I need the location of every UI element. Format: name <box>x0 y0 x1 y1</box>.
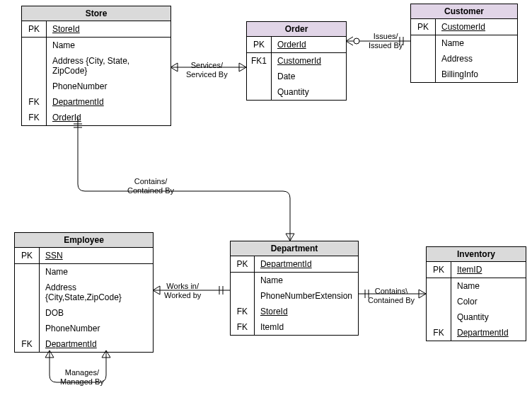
attr-cell: OrderId <box>272 37 347 53</box>
attr-cell: DepartmentId <box>254 256 358 273</box>
entity-employee-header: Employee <box>15 233 153 248</box>
svg-line-6 <box>239 67 246 72</box>
svg-line-28 <box>419 290 426 294</box>
svg-line-20 <box>153 286 160 290</box>
entity-employee: Employee PKSSN Name Address {City,State,… <box>14 232 154 353</box>
entity-order: Order PKOrderId FK1CustomerId Date Quant… <box>246 21 347 101</box>
entity-inventory-header: Inventory <box>427 247 526 262</box>
key-cell <box>231 273 254 289</box>
key-cell <box>22 79 47 94</box>
attr-cell: Name <box>40 264 154 280</box>
svg-line-3 <box>170 67 178 72</box>
key-cell <box>411 67 436 82</box>
svg-line-2 <box>170 63 178 67</box>
key-cell: FK1 <box>247 53 272 69</box>
entity-employee-body: PKSSN Name Address {City,State,ZipCode} … <box>15 248 153 352</box>
key-cell: FK <box>231 319 254 335</box>
rel-store-order: Services/Serviced By <box>186 61 228 79</box>
key-cell <box>247 84 272 100</box>
entity-store-header: Store <box>22 6 170 21</box>
key-cell <box>427 294 451 309</box>
entity-inventory: Inventory PKItemID Name Color Quantity F… <box>426 246 526 341</box>
attr-cell: DepartmentId <box>451 325 526 341</box>
attr-cell: CustomerId <box>272 53 347 69</box>
entity-store-body: PKStoreId Name Address {City, State, Zip… <box>22 21 170 125</box>
key-cell: FK <box>15 336 40 352</box>
rel-store-department: Contains/Contained By <box>127 177 174 195</box>
attr-cell: DepartmentId <box>40 336 154 352</box>
rel-order-customer: Issues/Issued By <box>369 32 403 50</box>
key-cell: PK <box>427 262 451 278</box>
entity-department: Department PKDepartmentId Name PhoneNumb… <box>230 241 359 336</box>
attr-cell: Address {City, State, ZipCode} <box>47 53 171 79</box>
attr-cell: Name <box>451 278 526 295</box>
key-cell <box>247 69 272 84</box>
attr-cell: Name <box>436 35 518 52</box>
attr-cell: DepartmentId <box>47 94 171 110</box>
key-cell <box>411 51 436 67</box>
attr-cell: Name <box>254 273 358 289</box>
key-cell: FK <box>22 94 47 110</box>
svg-line-17 <box>290 234 294 241</box>
svg-line-8 <box>346 37 353 41</box>
key-cell: PK <box>15 248 40 264</box>
attr-cell: Address <box>436 51 518 67</box>
key-cell: PK <box>231 256 254 273</box>
entity-customer-header: Customer <box>411 4 517 19</box>
entity-customer-body: PKCustomerId Name Address BillingInfo <box>411 19 517 82</box>
attr-cell: Name <box>47 38 171 54</box>
attr-cell: Date <box>272 69 347 84</box>
attr-cell: BillingInfo <box>436 67 518 82</box>
attr-cell: PhoneNumberExtension <box>254 288 358 304</box>
key-cell <box>231 288 254 304</box>
key-cell <box>411 35 436 52</box>
attr-cell: Quantity <box>451 309 526 325</box>
key-cell <box>22 38 47 54</box>
attr-cell: Color <box>451 294 526 309</box>
attr-cell: Address {City,State,ZipCode} <box>40 280 154 305</box>
key-cell <box>15 305 40 321</box>
entity-store: Store PKStoreId Name Address {City, Stat… <box>21 6 171 126</box>
attr-cell: StoreId <box>254 304 358 319</box>
attr-cell: OrderId <box>47 110 171 125</box>
svg-line-16 <box>286 234 290 241</box>
attr-cell: SSN <box>40 248 154 264</box>
key-cell: PK <box>247 37 272 53</box>
key-cell <box>427 309 451 325</box>
entity-order-header: Order <box>247 22 346 37</box>
key-cell: PK <box>411 19 436 35</box>
key-cell <box>427 278 451 295</box>
key-cell: PK <box>22 21 47 38</box>
key-cell <box>15 321 40 336</box>
attr-cell: DOB <box>40 305 154 321</box>
entity-department-body: PKDepartmentId Name PhoneNumberExtension… <box>231 256 358 335</box>
attr-cell: ItemId <box>254 319 358 335</box>
key-cell: FK <box>427 325 451 341</box>
attr-cell: Quantity <box>272 84 347 100</box>
svg-point-10 <box>354 38 359 44</box>
key-cell: FK <box>231 304 254 319</box>
svg-line-21 <box>153 290 160 295</box>
rel-employee-self: Manages/Managed By <box>60 368 104 387</box>
entity-inventory-body: PKItemID Name Color Quantity FKDepartmen… <box>427 262 526 341</box>
key-cell <box>15 280 40 305</box>
rel-employee-department: Works in/Worked by <box>164 282 201 300</box>
svg-line-29 <box>419 294 426 298</box>
key-cell <box>22 53 47 79</box>
entity-order-body: PKOrderId FK1CustomerId Date Quantity <box>247 37 346 100</box>
attr-cell: PhoneNumber <box>47 79 171 94</box>
attr-cell: ItemID <box>451 262 526 278</box>
entity-department-header: Department <box>231 241 358 256</box>
rel-department-inventory: Contains\Contained By <box>368 287 415 305</box>
key-cell: FK <box>22 110 47 125</box>
attr-cell: CustomerId <box>436 19 518 35</box>
entity-customer: Customer PKCustomerId Name Address Billi… <box>410 4 518 83</box>
attr-cell: PhoneNumber <box>40 321 154 336</box>
svg-line-9 <box>346 41 353 45</box>
attr-cell: StoreId <box>47 21 171 38</box>
key-cell <box>15 264 40 280</box>
svg-line-5 <box>239 63 246 67</box>
